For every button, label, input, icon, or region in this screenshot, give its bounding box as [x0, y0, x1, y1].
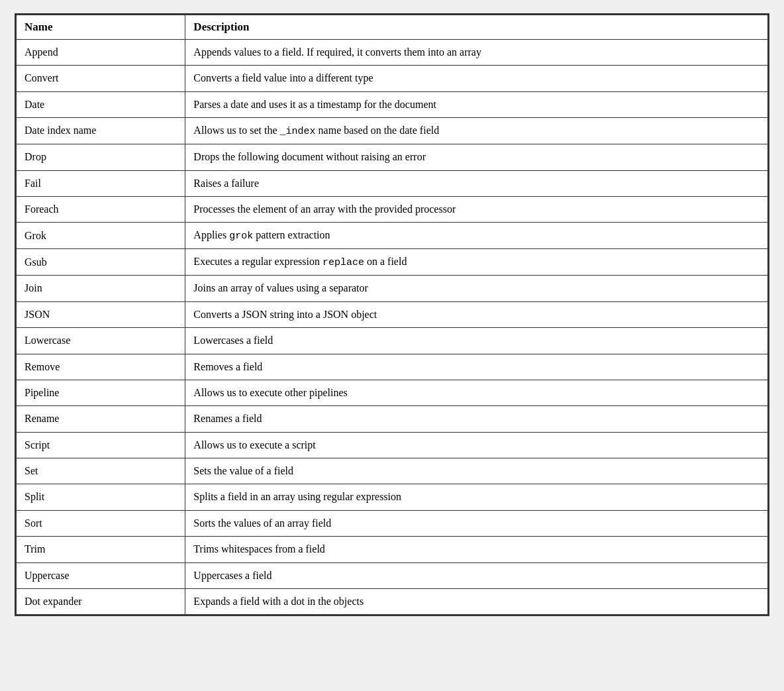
cell-name: Rename: [17, 406, 185, 432]
table-row: PipelineAllows us to execute other pipel…: [17, 380, 768, 405]
table-row: TrimTrims whitespaces from a field: [17, 537, 768, 562]
table-row: SortSorts the values of an array field: [17, 510, 768, 536]
cell-description: Applies grok pattern extraction: [185, 223, 768, 249]
table-row: ScriptAllows us to execute a script: [17, 432, 768, 458]
processors-table: Name Description AppendAppends values to…: [16, 15, 768, 615]
cell-description: Parses a date and uses it as a timestamp…: [185, 91, 768, 117]
cell-description: Executes a regular expression replace on…: [185, 249, 768, 276]
cell-name: Date index name: [17, 118, 185, 144]
cell-description: Lowercases a field: [185, 328, 768, 354]
cell-description: Raises a failure: [185, 170, 768, 196]
main-table-container: Name Description AppendAppends values to…: [15, 13, 769, 616]
cell-description: Removes a field: [185, 354, 768, 380]
cell-description: Uppercases a field: [185, 562, 768, 588]
table-row: AppendAppends values to a field. If requ…: [17, 40, 768, 66]
cell-description: Converts a field value into a different …: [185, 66, 768, 91]
table-row: LowercaseLowercases a field: [17, 328, 768, 354]
column-header-name: Name: [17, 15, 185, 40]
cell-description: Sets the value of a field: [185, 458, 768, 484]
table-row: JSONConverts a JSON string into a JSON o…: [17, 301, 768, 327]
table-row: RemoveRemoves a field: [17, 354, 768, 380]
table-row: UppercaseUppercases a field: [17, 562, 768, 588]
cell-name: Lowercase: [17, 328, 185, 354]
cell-name: Split: [17, 484, 185, 510]
cell-name: Gsub: [17, 249, 185, 276]
cell-name: Sort: [17, 510, 185, 536]
table-row: GrokApplies grok pattern extraction: [17, 223, 768, 249]
cell-description: Sorts the values of an array field: [185, 510, 768, 536]
cell-name: Script: [17, 432, 185, 458]
cell-description: Expands a field with a dot in the object…: [185, 589, 768, 615]
cell-description: Allows us to execute other pipelines: [185, 380, 768, 405]
cell-description: Allows us to execute a script: [185, 432, 768, 458]
cell-description: Allows us to set the _index name based o…: [185, 118, 768, 144]
cell-name: Convert: [17, 66, 185, 91]
cell-name: Join: [17, 276, 185, 301]
cell-description: Drops the following document without rai…: [185, 144, 768, 170]
table-row: Date index nameAllows us to set the _ind…: [17, 118, 768, 144]
cell-name: Grok: [17, 223, 185, 249]
table-header-row: Name Description: [17, 15, 768, 40]
table-row: FailRaises a failure: [17, 170, 768, 196]
cell-name: Uppercase: [17, 562, 185, 588]
cell-name: Set: [17, 458, 185, 484]
cell-description: Appends values to a field. If required, …: [185, 40, 768, 66]
cell-name: Fail: [17, 170, 185, 196]
cell-name: Drop: [17, 144, 185, 170]
table-row: DateParses a date and uses it as a times…: [17, 91, 768, 117]
cell-description: Renames a field: [185, 406, 768, 432]
table-row: JoinJoins an array of values using a sep…: [17, 276, 768, 301]
table-row: DropDrops the following document without…: [17, 144, 768, 170]
table-row: ForeachProcesses the element of an array…: [17, 196, 768, 222]
cell-description: Trims whitespaces from a field: [185, 537, 768, 562]
cell-name: Foreach: [17, 196, 185, 222]
cell-description: Splits a field in an array using regular…: [185, 484, 768, 510]
cell-name: Pipeline: [17, 380, 185, 405]
column-header-description: Description: [185, 15, 768, 40]
table-row: RenameRenames a field: [17, 406, 768, 432]
table-row: GsubExecutes a regular expression replac…: [17, 249, 768, 276]
cell-description: Joins an array of values using a separat…: [185, 276, 768, 301]
cell-description: Processes the element of an array with t…: [185, 196, 768, 222]
table-row: Dot expanderExpands a field with a dot i…: [17, 589, 768, 615]
table-row: SplitSplits a field in an array using re…: [17, 484, 768, 510]
cell-name: JSON: [17, 301, 185, 327]
cell-name: Remove: [17, 354, 185, 380]
table-row: SetSets the value of a field: [17, 458, 768, 484]
cell-description: Converts a JSON string into a JSON objec…: [185, 301, 768, 327]
cell-name: Trim: [17, 537, 185, 562]
table-row: ConvertConverts a field value into a dif…: [17, 66, 768, 91]
cell-name: Date: [17, 91, 185, 117]
cell-name: Dot expander: [17, 589, 185, 615]
cell-name: Append: [17, 40, 185, 66]
